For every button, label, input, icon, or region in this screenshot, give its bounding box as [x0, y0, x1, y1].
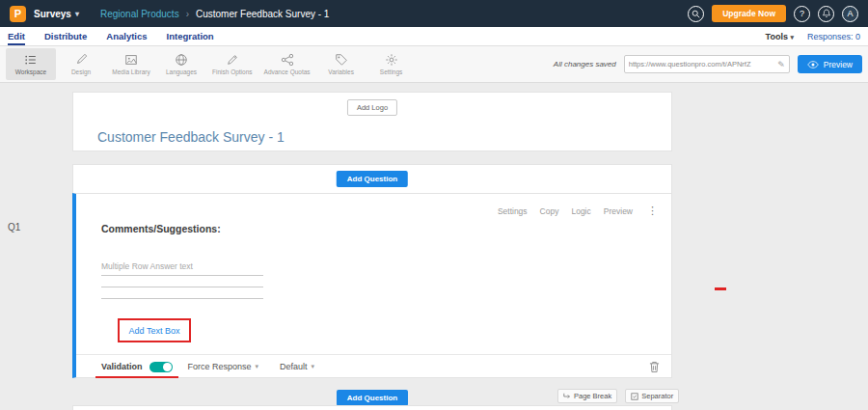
question-footer-row: Validation Force Response ▾ Default ▾ — [101, 355, 660, 378]
page-break-button[interactable]: Page Break — [557, 389, 617, 403]
preview-button-label: Preview — [824, 60, 853, 69]
design-icon — [74, 53, 88, 67]
toolbar-item-label: Variables — [328, 68, 354, 75]
answer-area[interactable]: Multiple Row Answer text — [101, 261, 263, 299]
answer-row-3[interactable] — [101, 287, 263, 299]
toolbar-item-label: Languages — [166, 68, 197, 75]
survey-header-card: Add Logo Customer Feedback Survey - 1 — [72, 92, 672, 151]
caret-down-icon: ▾ — [75, 10, 79, 18]
tools-menu[interactable]: Tools ▾ — [766, 32, 794, 41]
tab-integration[interactable]: Integration — [167, 31, 214, 45]
main-nav: Edit Distribute Analytics Integration To… — [0, 27, 868, 46]
toolbar-item-label: Workspace — [15, 68, 46, 75]
survey-canvas: Q1 Add Logo Customer Feedback Survey - 1… — [0, 83, 868, 410]
question-text[interactable]: Comments/Suggestions: — [101, 223, 221, 234]
red-dash-annotation — [715, 287, 726, 290]
next-block-card-partial — [72, 405, 672, 410]
edit-url-pencil-icon[interactable]: ✎ — [777, 60, 785, 69]
answer-row-1[interactable]: Multiple Row Answer text — [101, 261, 263, 276]
settings-gear-icon — [385, 53, 398, 67]
user-avatar[interactable]: A — [842, 6, 858, 22]
toolbar-item-advance-quotas[interactable]: Advance Quotas — [258, 48, 316, 80]
finish-options-icon — [226, 53, 239, 67]
toolbar-item-languages[interactable]: Languages — [156, 48, 206, 80]
media-library-icon — [124, 53, 138, 67]
toolbar-item-design[interactable]: Design — [56, 48, 106, 80]
breadcrumb-parent[interactable]: Regional Products — [100, 9, 179, 19]
add-text-box-link[interactable]: Add Text Box — [129, 326, 180, 336]
nav-right: Tools ▾ Responses: 0 — [766, 32, 860, 45]
toolbar-item-variables[interactable]: Variables — [316, 48, 366, 80]
separator-checkbox-icon — [631, 393, 638, 400]
tools-label: Tools — [766, 32, 788, 41]
default-label: Default — [280, 362, 308, 371]
breadcrumb-current: Customer Feedback Survey - 1 — [196, 9, 329, 19]
toolbar-item-label: Design — [71, 68, 91, 75]
toolbar-item-settings[interactable]: Settings — [366, 48, 417, 80]
force-response-label: Force Response — [188, 362, 252, 371]
footer-chips: Page Break Separator — [557, 389, 679, 403]
survey-url-field: ✎ — [624, 55, 790, 73]
toggle-knob — [163, 363, 172, 371]
answer-row-2[interactable] — [101, 276, 263, 287]
default-dropdown[interactable]: Default ▾ — [280, 362, 314, 371]
bell-icon — [822, 9, 831, 18]
variables-icon — [335, 53, 348, 67]
help-button[interactable]: ? — [794, 6, 810, 22]
survey-url-input[interactable] — [629, 60, 777, 68]
questionpro-logo[interactable]: P — [10, 6, 26, 22]
toolbar-right: All changes saved ✎ Preview — [554, 55, 862, 73]
add-question-strip: Add Question — [72, 164, 672, 193]
toolbar-item-label: Advance Quotas — [264, 68, 311, 75]
separator-button[interactable]: Separator — [625, 389, 679, 403]
preview-button[interactable]: Preview — [798, 55, 862, 73]
survey-builder-screen: P Surveys ▾ Regional Products › Customer… — [0, 0, 868, 410]
question-logic-link[interactable]: Logic — [571, 206, 590, 216]
more-options-icon[interactable]: ⋮ — [647, 205, 658, 217]
question-settings-link[interactable]: Settings — [498, 206, 528, 216]
surveys-menu-label: Surveys — [34, 9, 71, 19]
upgrade-now-button[interactable]: Upgrade Now — [712, 5, 786, 22]
question-copy-link[interactable]: Copy — [540, 206, 559, 216]
question-number-label: Q1 — [8, 222, 20, 232]
breadcrumb: Regional Products › Customer Feedback Su… — [100, 9, 329, 19]
question-preview-link[interactable]: Preview — [604, 206, 633, 216]
search-icon — [692, 10, 700, 18]
advance-quotas-icon — [281, 53, 294, 67]
responses-count[interactable]: Responses: 0 — [807, 32, 860, 41]
eye-icon — [807, 61, 819, 68]
add-logo-button[interactable]: Add Logo — [347, 99, 397, 116]
top-bar: P Surveys ▾ Regional Products › Customer… — [0, 0, 868, 27]
toolbar-item-label: Finish Options — [212, 68, 253, 75]
question-actions: Settings Copy Logic Preview ⋮ — [498, 205, 658, 217]
question-card[interactable]: Settings Copy Logic Preview ⋮ Comments/S… — [72, 193, 672, 378]
toolbar-item-finish-options[interactable]: Finish Options — [206, 48, 258, 80]
trash-icon — [649, 361, 660, 373]
languages-icon — [175, 53, 188, 67]
caret-down-icon: ▾ — [312, 363, 315, 370]
save-status-text: All changes saved — [554, 60, 616, 68]
add-question-button-bottom[interactable]: Add Question — [337, 390, 408, 406]
toolbar-item-media-library[interactable]: Media Library — [106, 48, 156, 80]
search-button[interactable] — [688, 6, 704, 22]
delete-question-button[interactable] — [649, 361, 660, 373]
tab-distribute[interactable]: Distribute — [44, 31, 87, 45]
tab-edit[interactable]: Edit — [8, 31, 25, 45]
toolbar-item-label: Settings — [380, 68, 403, 75]
page-break-icon — [563, 393, 571, 400]
top-bar-actions: Upgrade Now ? A — [688, 5, 858, 22]
force-response-dropdown[interactable]: Force Response ▾ — [188, 362, 259, 371]
notifications-button[interactable] — [818, 6, 834, 22]
question-section: Add Question Settings Copy Logic Preview… — [72, 164, 672, 378]
editor-toolbar: Workspace Design Media Library Languages… — [0, 46, 868, 83]
add-question-button-top[interactable]: Add Question — [337, 171, 408, 187]
workspace-icon — [24, 53, 38, 67]
tab-analytics[interactable]: Analytics — [106, 31, 147, 45]
surveys-menu[interactable]: Surveys ▾ — [34, 9, 79, 19]
chevron-right-icon: › — [186, 9, 189, 19]
separator-label: Separator — [641, 392, 673, 400]
survey-title[interactable]: Customer Feedback Survey - 1 — [97, 129, 285, 145]
validation-toggle[interactable] — [149, 362, 173, 372]
toolbar-item-workspace[interactable]: Workspace — [6, 48, 56, 80]
add-text-box-highlight-annotation: Add Text Box — [118, 318, 191, 342]
